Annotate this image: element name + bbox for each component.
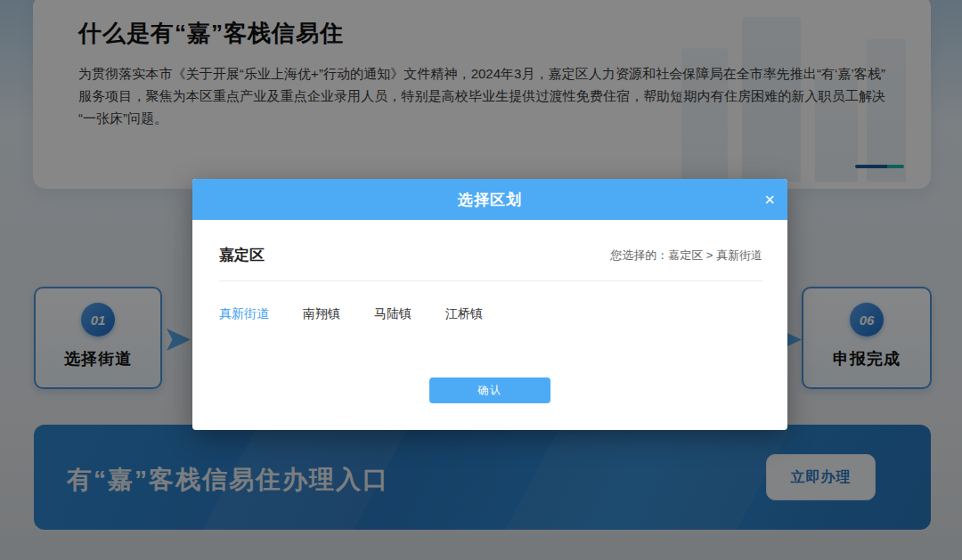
- district-row: 嘉定区 您选择的：嘉定区 > 真新街道: [219, 245, 762, 265]
- modal-header: 选择区划 ×: [192, 179, 787, 220]
- street-tab-jiangqiao[interactable]: 江桥镇: [445, 306, 483, 322]
- district-select-dialog: 选择区划 × 嘉定区 您选择的：嘉定区 > 真新街道 真新街道 南翔镇 马陆镇 …: [192, 179, 787, 430]
- selection-breadcrumb: 您选择的：嘉定区 > 真新街道: [610, 248, 762, 264]
- modal-title: 选择区划: [458, 190, 522, 210]
- street-tab-malu[interactable]: 马陆镇: [374, 306, 412, 322]
- modal-body: 嘉定区 您选择的：嘉定区 > 真新街道 真新街道 南翔镇 马陆镇 江桥镇 确认: [192, 220, 787, 430]
- street-tabs: 真新街道 南翔镇 马陆镇 江桥镇: [219, 306, 517, 322]
- divider: [219, 280, 762, 281]
- confirm-button[interactable]: 确认: [429, 377, 550, 403]
- district-name: 嘉定区: [219, 245, 265, 265]
- close-icon[interactable]: ×: [764, 191, 775, 208]
- street-tab-zhenxin[interactable]: 真新街道: [219, 306, 269, 322]
- street-tab-nanxiang[interactable]: 南翔镇: [303, 306, 340, 322]
